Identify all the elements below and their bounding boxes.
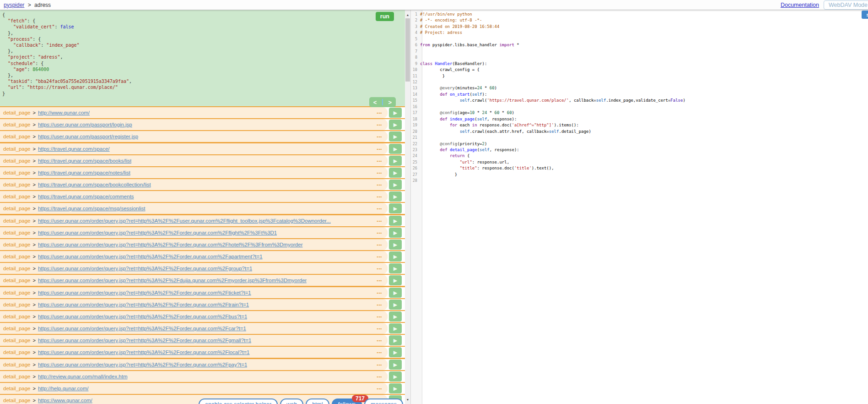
- messages-button[interactable]: messages: [364, 399, 403, 404]
- task-run-button[interactable]: ▶: [389, 383, 402, 393]
- documentation-link[interactable]: Documentation: [781, 2, 819, 8]
- task-url-link[interactable]: https://user.qunar.com/order/query.jsp?r…: [38, 230, 277, 235]
- task-more-button[interactable]: •••: [373, 195, 388, 199]
- task-url-link[interactable]: https://user.qunar.com/order/query.jsp?r…: [38, 254, 263, 259]
- enable-css-selector-helper-button[interactable]: enable css selector helper: [199, 399, 278, 404]
- task-more-button[interactable]: •••: [373, 375, 388, 379]
- task-run-button[interactable]: ▶: [389, 131, 402, 142]
- run-button[interactable]: run: [376, 12, 394, 21]
- scrollbar-thumb[interactable]: [405, 18, 410, 82]
- scroll-down-icon[interactable]: ▼: [405, 396, 410, 403]
- breadcrumb-app-link[interactable]: pyspider: [4, 2, 24, 8]
- task-run-button[interactable]: ▶: [389, 216, 402, 226]
- task-run-button[interactable]: ▶: [389, 108, 402, 118]
- task-run-button[interactable]: ▶: [389, 144, 402, 154]
- html-button[interactable]: html: [306, 399, 329, 404]
- task-run-button[interactable]: ▶: [389, 275, 402, 285]
- task-side-panel: { "fetch": { "validate_cert": false }, "…: [0, 10, 410, 404]
- task-more-button[interactable]: •••: [373, 267, 388, 271]
- task-more-button[interactable]: •••: [373, 338, 388, 343]
- task-url-link[interactable]: https://travel.qunar.com/space/: [38, 146, 110, 152]
- task-more-button[interactable]: •••: [373, 111, 388, 115]
- code-line-content: # Project: adress: [420, 30, 868, 36]
- task-url-link[interactable]: https://user.qunar.com/order/query.jsp?r…: [38, 218, 331, 224]
- task-run-button[interactable]: ▶: [389, 203, 402, 213]
- task-url-link[interactable]: https://user.qunar.com/order/query.jsp?r…: [38, 278, 307, 283]
- line-number: 5: [411, 36, 420, 42]
- task-url-link[interactable]: https://user.qunar.com/passport/register…: [38, 134, 138, 139]
- task-url-link[interactable]: https://travel.qunar.com/space/msg/sessi…: [38, 206, 146, 211]
- task-run-button[interactable]: ▶: [389, 240, 402, 250]
- task-url-link[interactable]: https://travel.qunar.com/space/bookcolle…: [38, 182, 151, 187]
- task-run-button[interactable]: ▶: [389, 347, 402, 357]
- task-more-button[interactable]: •••: [373, 123, 388, 127]
- task-more-button[interactable]: •••: [373, 278, 388, 283]
- task-more-button[interactable]: •••: [373, 255, 388, 259]
- task-more-button[interactable]: •••: [373, 231, 388, 235]
- task-more-button[interactable]: •••: [373, 159, 388, 163]
- webdav-mode-button[interactable]: WebDAV Mode: [824, 0, 868, 10]
- code-editor[interactable]: 1#!/usr/bin/env python2# -*- encoding: u…: [411, 10, 868, 184]
- scroll-up-icon[interactable]: ▲: [405, 11, 410, 18]
- task-more-button[interactable]: •••: [373, 303, 388, 307]
- task-run-button[interactable]: ▶: [389, 180, 402, 190]
- task-more-button[interactable]: •••: [373, 147, 388, 151]
- task-url-link[interactable]: https://user.qunar.com/passport/login.js…: [38, 122, 132, 127]
- task-more-button[interactable]: •••: [373, 171, 388, 175]
- task-url-link[interactable]: https://user.qunar.com/order/query.jsp?r…: [38, 302, 249, 307]
- task-run-button[interactable]: ▶: [389, 168, 402, 178]
- task-more-button[interactable]: •••: [373, 387, 388, 391]
- task-url-link[interactable]: https://travel.qunar.com/space/comments: [38, 194, 134, 199]
- code-line: 2# -*- encoding: utf-8 -*-: [411, 17, 868, 23]
- task-more-button[interactable]: •••: [373, 291, 388, 295]
- task-callback-label: detail_page: [0, 170, 30, 175]
- left-panel-scrollbar[interactable]: ▲ ▼: [405, 10, 410, 404]
- task-url-link[interactable]: https://user.qunar.com/order/query.jsp?r…: [38, 266, 252, 271]
- task-url-link[interactable]: http://help.qunar.com/: [38, 386, 89, 391]
- web-button[interactable]: web: [280, 399, 303, 404]
- task-more-button[interactable]: •••: [373, 183, 388, 187]
- save-button[interactable]: save: [862, 11, 868, 19]
- task-url-link[interactable]: https://www.qunar.com/: [38, 398, 92, 403]
- task-url-link[interactable]: https://travel.qunar.com/space/books/lis…: [38, 158, 132, 164]
- task-url-link[interactable]: https://user.qunar.com/order/query.jsp?r…: [38, 338, 251, 343]
- task-run-button[interactable]: ▶: [389, 251, 402, 262]
- follows-button[interactable]: follows717: [332, 399, 362, 404]
- task-url-link[interactable]: https://user.qunar.com/order/query.jsp?r…: [38, 326, 246, 331]
- task-separator: >: [32, 122, 35, 127]
- task-url-link[interactable]: https://travel.qunar.com/space/notes/lis…: [38, 170, 130, 175]
- task-run-button[interactable]: ▶: [389, 263, 402, 273]
- task-url-link[interactable]: http://www.qunar.com/: [38, 110, 90, 115]
- task-more-button[interactable]: •••: [373, 327, 388, 331]
- next-task-button[interactable]: >: [386, 99, 395, 105]
- task-more-button[interactable]: •••: [373, 350, 388, 355]
- task-row-label: detail_page>https://user.qunar.com/order…: [0, 263, 388, 274]
- task-url-link[interactable]: https://user.qunar.com/order/query.jsp?r…: [38, 242, 303, 247]
- task-more-button[interactable]: •••: [373, 135, 388, 139]
- task-more-button[interactable]: •••: [373, 315, 388, 319]
- task-url-link[interactable]: https://user.qunar.com/order/query.jsp?r…: [38, 349, 250, 355]
- task-run-button[interactable]: ▶: [389, 300, 402, 310]
- task-url-link[interactable]: https://user.qunar.com/order/query.jsp?r…: [38, 362, 247, 367]
- task-run-button[interactable]: ▶: [389, 191, 402, 202]
- task-run-button[interactable]: ▶: [389, 335, 402, 345]
- task-more-button[interactable]: •••: [373, 219, 388, 223]
- prev-task-button[interactable]: <: [371, 99, 380, 105]
- task-json-line: "taskid": "bba24fac05a755e2051915a3347a9…: [2, 78, 405, 84]
- task-run-button[interactable]: ▶: [389, 228, 402, 238]
- task-run-button[interactable]: ▶: [389, 288, 402, 298]
- task-separator: >: [32, 254, 35, 259]
- task-run-button[interactable]: ▶: [389, 371, 402, 382]
- task-more-button[interactable]: •••: [373, 243, 388, 247]
- task-url-link[interactable]: https://user.qunar.com/order/query.jsp?r…: [38, 314, 247, 319]
- task-run-button[interactable]: ▶: [389, 311, 402, 322]
- task-row-label: detail_page>https://user.qunar.com/order…: [0, 359, 388, 370]
- task-more-button[interactable]: •••: [373, 207, 388, 211]
- task-run-button[interactable]: ▶: [389, 120, 402, 130]
- task-more-button[interactable]: •••: [373, 363, 388, 367]
- task-run-button[interactable]: ▶: [389, 156, 402, 166]
- task-url-link[interactable]: http://review.qunar.com/mall/index.htm: [38, 374, 128, 379]
- task-run-button[interactable]: ▶: [389, 323, 402, 333]
- task-url-link[interactable]: https://user.qunar.com/order/query.jsp?r…: [38, 290, 251, 295]
- task-run-button[interactable]: ▶: [389, 360, 402, 370]
